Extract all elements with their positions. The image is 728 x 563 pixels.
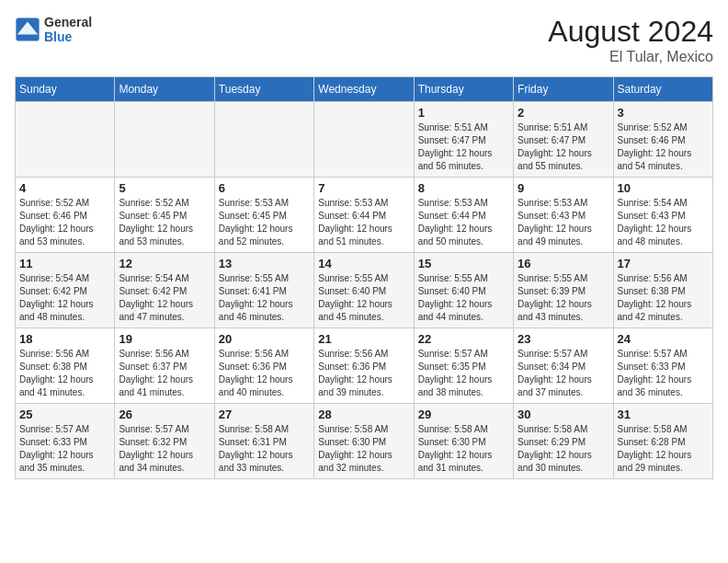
calendar-cell: 26Sunrise: 5:57 AM Sunset: 6:32 PM Dayli… bbox=[115, 404, 214, 479]
calendar-cell bbox=[314, 102, 414, 178]
day-info: Sunrise: 5:58 AM Sunset: 6:29 PM Dayligh… bbox=[518, 423, 609, 475]
day-number: 3 bbox=[618, 106, 709, 120]
day-info: Sunrise: 5:54 AM Sunset: 6:42 PM Dayligh… bbox=[19, 272, 110, 324]
day-info: Sunrise: 5:57 AM Sunset: 6:33 PM Dayligh… bbox=[19, 423, 110, 475]
day-number: 31 bbox=[618, 408, 709, 421]
day-number: 22 bbox=[418, 332, 509, 346]
weekday-header-row: SundayMondayTuesdayWednesdayThursdayFrid… bbox=[16, 77, 713, 102]
main-title: August 2024 bbox=[548, 15, 713, 49]
day-number: 30 bbox=[518, 408, 609, 421]
calendar-cell: 21Sunrise: 5:56 AM Sunset: 6:36 PM Dayli… bbox=[314, 328, 414, 404]
day-number: 1 bbox=[418, 106, 509, 120]
day-info: Sunrise: 5:52 AM Sunset: 6:45 PM Dayligh… bbox=[119, 197, 210, 248]
day-number: 8 bbox=[418, 181, 509, 195]
day-info: Sunrise: 5:54 AM Sunset: 6:43 PM Dayligh… bbox=[618, 197, 709, 248]
calendar-cell: 15Sunrise: 5:55 AM Sunset: 6:40 PM Dayli… bbox=[414, 253, 513, 328]
title-block: August 2024 El Tular, Mexico bbox=[548, 15, 713, 65]
calendar-week-row: 18Sunrise: 5:56 AM Sunset: 6:38 PM Dayli… bbox=[16, 328, 713, 404]
calendar-cell: 10Sunrise: 5:54 AM Sunset: 6:43 PM Dayli… bbox=[613, 178, 712, 253]
day-number: 5 bbox=[119, 181, 210, 195]
day-number: 11 bbox=[19, 257, 110, 270]
day-info: Sunrise: 5:52 AM Sunset: 6:46 PM Dayligh… bbox=[618, 121, 709, 173]
day-info: Sunrise: 5:57 AM Sunset: 6:33 PM Dayligh… bbox=[618, 348, 709, 399]
day-number: 7 bbox=[318, 181, 409, 195]
logo-blue-text: Blue bbox=[44, 29, 92, 44]
calendar-cell: 24Sunrise: 5:57 AM Sunset: 6:33 PM Dayli… bbox=[613, 328, 712, 404]
calendar-week-row: 1Sunrise: 5:51 AM Sunset: 6:47 PM Daylig… bbox=[16, 102, 713, 178]
day-number: 2 bbox=[518, 106, 609, 120]
calendar-cell: 17Sunrise: 5:56 AM Sunset: 6:38 PM Dayli… bbox=[613, 253, 712, 328]
weekday-header-saturday: Saturday bbox=[613, 77, 712, 102]
calendar-cell: 28Sunrise: 5:58 AM Sunset: 6:30 PM Dayli… bbox=[314, 404, 414, 479]
day-info: Sunrise: 5:53 AM Sunset: 6:44 PM Dayligh… bbox=[318, 197, 409, 248]
logo-icon bbox=[15, 17, 40, 42]
day-info: Sunrise: 5:53 AM Sunset: 6:45 PM Dayligh… bbox=[219, 197, 310, 248]
day-info: Sunrise: 5:54 AM Sunset: 6:42 PM Dayligh… bbox=[119, 272, 210, 324]
calendar-cell: 29Sunrise: 5:58 AM Sunset: 6:30 PM Dayli… bbox=[414, 404, 513, 479]
calendar-table: SundayMondayTuesdayWednesdayThursdayFrid… bbox=[15, 76, 713, 479]
day-number: 29 bbox=[418, 408, 509, 421]
calendar-cell: 5Sunrise: 5:52 AM Sunset: 6:45 PM Daylig… bbox=[115, 178, 214, 253]
day-number: 19 bbox=[119, 332, 210, 346]
weekday-header-sunday: Sunday bbox=[16, 77, 115, 102]
calendar-cell: 18Sunrise: 5:56 AM Sunset: 6:38 PM Dayli… bbox=[16, 328, 115, 404]
day-info: Sunrise: 5:53 AM Sunset: 6:43 PM Dayligh… bbox=[518, 197, 609, 248]
calendar-week-row: 11Sunrise: 5:54 AM Sunset: 6:42 PM Dayli… bbox=[16, 253, 713, 328]
weekday-header-friday: Friday bbox=[514, 77, 613, 102]
calendar-week-row: 4Sunrise: 5:52 AM Sunset: 6:46 PM Daylig… bbox=[16, 178, 713, 253]
calendar-cell: 2Sunrise: 5:51 AM Sunset: 6:47 PM Daylig… bbox=[514, 102, 613, 178]
day-number: 16 bbox=[518, 257, 609, 270]
day-info: Sunrise: 5:55 AM Sunset: 6:39 PM Dayligh… bbox=[518, 272, 609, 324]
calendar-cell: 14Sunrise: 5:55 AM Sunset: 6:40 PM Dayli… bbox=[314, 253, 414, 328]
day-info: Sunrise: 5:51 AM Sunset: 6:47 PM Dayligh… bbox=[418, 121, 509, 173]
day-info: Sunrise: 5:58 AM Sunset: 6:30 PM Dayligh… bbox=[318, 423, 409, 475]
day-number: 20 bbox=[219, 332, 310, 346]
day-number: 18 bbox=[19, 332, 110, 346]
logo-general-text: General bbox=[44, 15, 92, 29]
calendar-week-row: 25Sunrise: 5:57 AM Sunset: 6:33 PM Dayli… bbox=[16, 404, 713, 479]
logo: General Blue bbox=[15, 15, 92, 44]
day-number: 27 bbox=[219, 408, 310, 421]
calendar-cell bbox=[214, 102, 313, 178]
day-number: 6 bbox=[219, 181, 310, 195]
day-info: Sunrise: 5:55 AM Sunset: 6:40 PM Dayligh… bbox=[418, 272, 509, 324]
calendar-cell: 12Sunrise: 5:54 AM Sunset: 6:42 PM Dayli… bbox=[115, 253, 214, 328]
day-number: 9 bbox=[518, 181, 609, 195]
day-info: Sunrise: 5:58 AM Sunset: 6:30 PM Dayligh… bbox=[418, 423, 509, 475]
day-info: Sunrise: 5:53 AM Sunset: 6:44 PM Dayligh… bbox=[418, 197, 509, 248]
day-info: Sunrise: 5:57 AM Sunset: 6:32 PM Dayligh… bbox=[119, 423, 210, 475]
day-info: Sunrise: 5:58 AM Sunset: 6:28 PM Dayligh… bbox=[618, 423, 709, 475]
calendar-cell: 7Sunrise: 5:53 AM Sunset: 6:44 PM Daylig… bbox=[314, 178, 414, 253]
calendar-cell: 23Sunrise: 5:57 AM Sunset: 6:34 PM Dayli… bbox=[514, 328, 613, 404]
calendar-cell: 4Sunrise: 5:52 AM Sunset: 6:46 PM Daylig… bbox=[16, 178, 115, 253]
day-info: Sunrise: 5:56 AM Sunset: 6:36 PM Dayligh… bbox=[318, 348, 409, 399]
day-info: Sunrise: 5:56 AM Sunset: 6:36 PM Dayligh… bbox=[219, 348, 310, 399]
calendar-cell: 8Sunrise: 5:53 AM Sunset: 6:44 PM Daylig… bbox=[414, 178, 513, 253]
day-info: Sunrise: 5:51 AM Sunset: 6:47 PM Dayligh… bbox=[518, 121, 609, 173]
day-number: 12 bbox=[119, 257, 210, 270]
calendar-cell: 3Sunrise: 5:52 AM Sunset: 6:46 PM Daylig… bbox=[613, 102, 712, 178]
day-number: 28 bbox=[318, 408, 409, 421]
day-number: 21 bbox=[318, 332, 409, 346]
calendar-cell: 1Sunrise: 5:51 AM Sunset: 6:47 PM Daylig… bbox=[414, 102, 513, 178]
page-header: General Blue August 2024 El Tular, Mexic… bbox=[15, 15, 713, 65]
weekday-header-monday: Monday bbox=[115, 77, 214, 102]
day-number: 15 bbox=[418, 257, 509, 270]
day-number: 23 bbox=[518, 332, 609, 346]
calendar-cell: 20Sunrise: 5:56 AM Sunset: 6:36 PM Dayli… bbox=[214, 328, 313, 404]
weekday-header-tuesday: Tuesday bbox=[214, 77, 313, 102]
day-number: 26 bbox=[119, 408, 210, 421]
day-number: 13 bbox=[219, 257, 310, 270]
calendar-cell: 22Sunrise: 5:57 AM Sunset: 6:35 PM Dayli… bbox=[414, 328, 513, 404]
day-info: Sunrise: 5:52 AM Sunset: 6:46 PM Dayligh… bbox=[19, 197, 110, 248]
calendar-cell bbox=[115, 102, 214, 178]
calendar-cell: 25Sunrise: 5:57 AM Sunset: 6:33 PM Dayli… bbox=[16, 404, 115, 479]
day-info: Sunrise: 5:57 AM Sunset: 6:34 PM Dayligh… bbox=[518, 348, 609, 399]
logo-text: General Blue bbox=[44, 15, 92, 44]
day-number: 24 bbox=[618, 332, 709, 346]
calendar-cell: 27Sunrise: 5:58 AM Sunset: 6:31 PM Dayli… bbox=[214, 404, 313, 479]
weekday-header-thursday: Thursday bbox=[414, 77, 513, 102]
calendar-cell: 6Sunrise: 5:53 AM Sunset: 6:45 PM Daylig… bbox=[214, 178, 313, 253]
calendar-cell: 11Sunrise: 5:54 AM Sunset: 6:42 PM Dayli… bbox=[16, 253, 115, 328]
day-info: Sunrise: 5:57 AM Sunset: 6:35 PM Dayligh… bbox=[418, 348, 509, 399]
